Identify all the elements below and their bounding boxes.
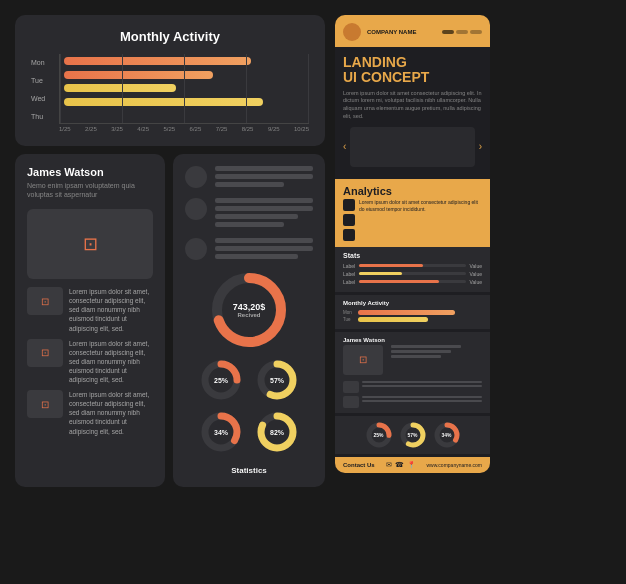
rp-mini-bar-row-1: Mon: [343, 310, 482, 315]
profile-image-placeholder: ⊡: [27, 209, 153, 279]
rp-monthly-title: Monthly Activity: [343, 300, 482, 306]
grid-line: [308, 54, 309, 123]
grid-line: [246, 54, 247, 123]
text-block-3: [185, 238, 313, 262]
right-arrow-icon[interactable]: ›: [479, 141, 482, 152]
avatar-3: [185, 238, 207, 260]
activity-title: Monthly Activity: [31, 29, 309, 44]
list-item: ⊡ Lorem ipsum dolor sit amet, consectetu…: [27, 390, 153, 435]
profile-name: James Watson: [27, 166, 153, 178]
small-circle-wrap-3: 34%: [199, 410, 243, 454]
chart-area: Mon Tue Wed Thu: [31, 54, 309, 124]
rp-nav-dots: [442, 30, 482, 34]
chart-bars-area: [59, 54, 309, 124]
mail-icon: ✉: [386, 461, 392, 469]
small-circle-4: 82%: [255, 410, 299, 454]
list-item-text-3: Lorem ipsum dolor sit amet, consectetur …: [69, 390, 153, 435]
list-item: ⊡ Lorem ipsum dolor sit amet, consectetu…: [27, 339, 153, 384]
rp-circles-section: 25% 57% 34%: [335, 416, 490, 454]
grid-line: [60, 54, 61, 123]
rp-stat-bar-3: [359, 280, 439, 283]
rp-list-item-2: [343, 396, 482, 408]
rp-mini-circle-2: 57%: [399, 421, 427, 449]
activity-card: Monthly Activity Mon Tue Wed Thu: [15, 15, 325, 146]
rp-stats-section: Stats Label Value Label Value Label: [335, 247, 490, 292]
small-circle-label-1: 25%: [214, 377, 228, 384]
image-icon: ⊡: [83, 233, 98, 255]
map-icon: 📍: [407, 461, 416, 469]
analytics-icon-2: [343, 214, 355, 226]
small-circle-wrap-2: 57%: [255, 358, 299, 402]
left-panel: Monthly Activity Mon Tue Wed Thu: [15, 15, 325, 487]
grid-line: [184, 54, 185, 123]
rp-footer-url: www.companyname.com: [426, 462, 482, 468]
rp-stat-row-3: Label Value: [343, 279, 482, 285]
avatar-1: [185, 166, 207, 188]
list-item-text-2: Lorem ipsum dolor sit amet, consectetur …: [69, 339, 153, 384]
list-item-img-2: ⊡: [27, 339, 63, 367]
analytics-icon-1: [343, 199, 355, 211]
text-block-2: [185, 198, 313, 230]
rp-profile-section: James Watson ⊡: [335, 332, 490, 413]
small-circle-1: 25%: [199, 358, 243, 402]
main-donut-circle: 743,20$ Recived: [209, 270, 289, 350]
small-circles-row-1: 25% 57%: [199, 358, 299, 402]
rp-profile-text-lines: [391, 345, 461, 377]
text-lines-3: [215, 238, 313, 262]
rp-list-img-1: [343, 381, 359, 393]
avatar-2: [185, 198, 207, 220]
rp-analytics-content: Lorem ipsum dolor sit amet consectetur a…: [343, 199, 482, 241]
rp-stat-bar-1: [359, 264, 423, 267]
rp-mini-bar-2: [358, 317, 428, 322]
rp-analytics-title: Analytics: [343, 185, 482, 197]
small-circle-2: 57%: [255, 358, 299, 402]
profile-card: James Watson Nemo enim ipsam voluptatem …: [15, 154, 165, 487]
stats-section: 743,20$ Recived 25%: [185, 270, 313, 475]
rp-stat-row-2: Label Value: [343, 271, 482, 277]
small-circle-label-4: 82%: [270, 429, 284, 436]
list-item-img-1: ⊡: [27, 287, 63, 315]
list-items: ⊡ Lorem ipsum dolor sit amet, consectetu…: [27, 287, 153, 435]
phone-icon: ☎: [395, 461, 404, 469]
rp-list-item-1: [343, 381, 482, 393]
chart-y-labels: Mon Tue Wed Thu: [31, 54, 45, 124]
text-lines-2: [215, 198, 313, 230]
rp-stat-row-1: Label Value: [343, 263, 482, 269]
rp-list-lines-1: [362, 381, 482, 393]
stats-title: Statistics: [231, 466, 267, 475]
rp-header: COMPANY NAME: [335, 15, 490, 47]
rp-hero-img-row: ‹ ›: [343, 127, 482, 167]
small-circle-wrap-1: 25%: [199, 358, 243, 402]
left-arrow-icon[interactable]: ‹: [343, 141, 346, 152]
small-circle-label-3: 34%: [214, 429, 228, 436]
rp-mini-bar-1: [358, 310, 455, 315]
grid-line: [122, 54, 123, 123]
text-content-card: 743,20$ Recived 25%: [173, 154, 325, 487]
nav-dot-2: [456, 30, 468, 34]
text-lines-1: [215, 166, 313, 190]
rp-logo: [343, 23, 361, 41]
grid-lines: [60, 54, 309, 123]
small-circle-wrap-4: 82%: [255, 410, 299, 454]
small-circle-label-2: 57%: [270, 377, 284, 384]
rp-stats-title: Stats: [343, 252, 482, 259]
rp-footer: Contact Us ✉ ☎ 📍 www.companyname.com: [335, 457, 490, 473]
bottom-section: James Watson Nemo enim ipsam voluptatem …: [15, 154, 325, 487]
rp-analytics-icons: [343, 199, 355, 241]
right-panel: COMPANY NAME LANDINGUI CONCEPT Lorem ips…: [335, 15, 490, 473]
rp-mini-circle-1: 25%: [365, 421, 393, 449]
rp-analytics-text: Lorem ipsum dolor sit amet consectetur a…: [359, 199, 482, 213]
rp-analytics-section: Analytics Lorem ipsum dolor sit amet con…: [335, 179, 490, 247]
rp-list-img-2: [343, 396, 359, 408]
list-item-img-3: ⊡: [27, 390, 63, 418]
rp-mini-circle-3: 34%: [433, 421, 461, 449]
main-container: Monthly Activity Mon Tue Wed Thu: [0, 0, 626, 584]
profile-subtitle: Nemo enim ipsam voluptatem quia voluptas…: [27, 181, 153, 199]
rp-company-name: COMPANY NAME: [367, 29, 416, 35]
rp-list-lines-2: [362, 396, 482, 408]
main-circle-label: 743,20$ Recived: [233, 302, 266, 318]
text-block-1: [185, 166, 313, 190]
chart-x-labels: 1/25 2/25 3/25 4/25 5/25 6/25 7/25 8/25 …: [59, 126, 309, 132]
rp-hero: LANDINGUI CONCEPT Lorem ipsum dolor sit …: [335, 47, 490, 179]
rp-monthly-section: Monthly Activity Mon Tue: [335, 295, 490, 329]
